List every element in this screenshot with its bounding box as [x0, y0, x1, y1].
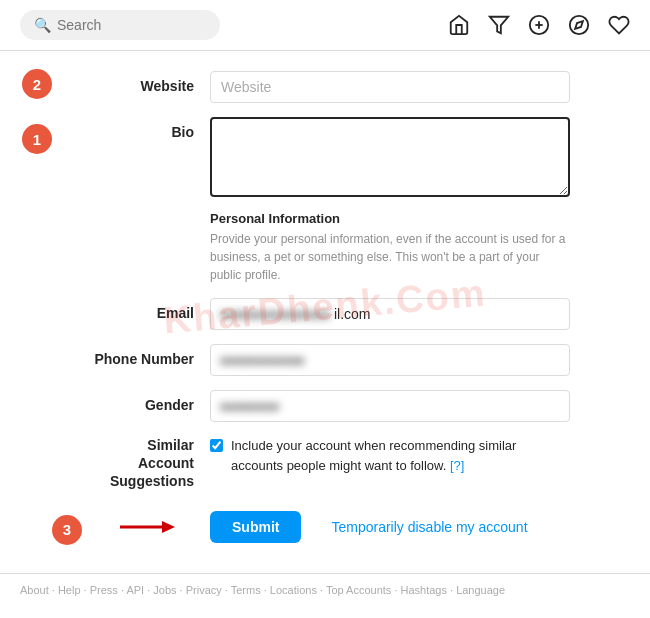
- bio-row: Bio: [90, 117, 610, 197]
- search-input[interactable]: [57, 17, 197, 33]
- step-badge-1: 1: [22, 124, 52, 154]
- filter-icon[interactable]: [488, 14, 510, 36]
- main-content: KharDhenk.Com 2 1 Website Bio Personal I…: [0, 51, 650, 563]
- personal-info-title: Personal Information: [210, 211, 610, 226]
- similar-account-content: Include your account when recommending s…: [210, 436, 570, 475]
- email-label: Email: [90, 298, 210, 321]
- svg-marker-5: [575, 21, 583, 29]
- similar-account-checkbox[interactable]: [210, 438, 223, 453]
- personal-info-section: Personal Information Provide your person…: [210, 211, 610, 284]
- step-badge-3: 3: [52, 515, 82, 545]
- nav-icons: [448, 14, 630, 36]
- website-input[interactable]: [210, 71, 570, 103]
- search-icon: 🔍: [34, 17, 51, 33]
- email-row: Email ●●●●●●●●●●●●● il.com: [90, 298, 610, 330]
- similar-account-row: Similar Account Suggestions Include your…: [90, 436, 610, 491]
- bio-textarea[interactable]: [210, 117, 570, 197]
- compass-icon[interactable]: [568, 14, 590, 36]
- svg-point-4: [570, 16, 588, 34]
- form-section: Website Bio: [90, 71, 610, 197]
- submit-section: Submit Temporarily disable my account: [210, 511, 610, 543]
- add-icon[interactable]: [528, 14, 550, 36]
- similar-account-text: Include your account when recommending s…: [231, 436, 570, 475]
- phone-row: Phone Number ●●●●●●●●●●: [90, 344, 610, 376]
- phone-input[interactable]: [210, 344, 570, 376]
- arrow-svg: [120, 517, 175, 537]
- heart-icon[interactable]: [608, 14, 630, 36]
- svg-marker-0: [490, 17, 508, 34]
- bio-label: Bio: [90, 117, 210, 140]
- personal-info-text: Provide your personal information, even …: [210, 230, 570, 284]
- arrow-indicator: [120, 517, 175, 537]
- disable-account-link[interactable]: Temporarily disable my account: [331, 519, 527, 535]
- gender-row: Gender ●●●●●●●: [90, 390, 610, 422]
- checkbox-wrap: Include your account when recommending s…: [210, 436, 570, 475]
- submit-button[interactable]: Submit: [210, 511, 301, 543]
- gender-label: Gender: [90, 390, 210, 413]
- similar-account-label: Similar Account Suggestions: [90, 436, 210, 491]
- website-row: Website: [90, 71, 610, 103]
- search-bar[interactable]: 🔍: [20, 10, 220, 40]
- step-badge-2: 2: [22, 69, 52, 99]
- website-label: Website: [90, 71, 210, 94]
- form-section-2: Email ●●●●●●●●●●●●● il.com Phone Number …: [90, 298, 610, 491]
- help-link[interactable]: [?]: [450, 458, 464, 473]
- gender-input[interactable]: [210, 390, 570, 422]
- footer-text: About · Help · Press · API · Jobs · Priv…: [20, 584, 505, 596]
- footer: About · Help · Press · API · Jobs · Priv…: [0, 573, 650, 606]
- home-icon[interactable]: [448, 14, 470, 36]
- email-input[interactable]: [210, 298, 570, 330]
- phone-label: Phone Number: [90, 344, 210, 367]
- svg-marker-7: [162, 521, 175, 533]
- top-nav: 🔍: [0, 0, 650, 51]
